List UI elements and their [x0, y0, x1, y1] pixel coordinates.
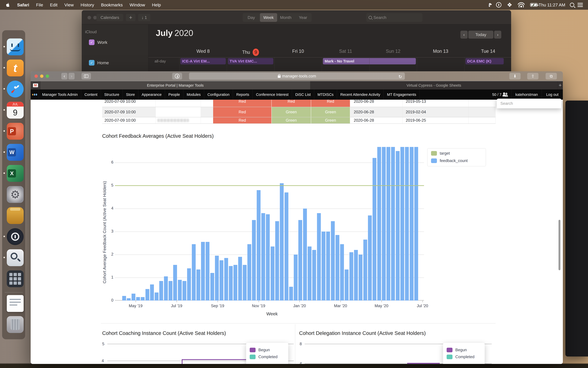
minimize-button[interactable]: [93, 16, 97, 19]
inbox-button[interactable]: ↓ 1: [138, 14, 150, 21]
dock-word-icon[interactable]: W: [7, 144, 24, 161]
view-tab-week[interactable]: Week: [260, 13, 277, 22]
sidebar-calendar-home[interactable]: ✓Home: [89, 60, 109, 65]
nav-item-content[interactable]: Content: [81, 90, 101, 100]
event-1[interactable]: ICE-A Virt EM...: [180, 58, 226, 64]
page-scrollbar-thumb[interactable]: [559, 220, 561, 270]
menu-safari[interactable]: Safari: [15, 2, 33, 7]
onepassword-extension-button[interactable]: [172, 73, 182, 80]
event-2[interactable]: TVA Virt EMC...: [228, 58, 273, 64]
sidebar-calendar-work[interactable]: ✓Work: [89, 39, 108, 45]
close-button[interactable]: [88, 16, 91, 19]
dock-textexpander-icon[interactable]: t: [7, 60, 24, 76]
menu-bar-clock[interactable]: Thu 11:27 AM: [539, 2, 565, 7]
dock-calendar-icon[interactable]: JUL9: [7, 102, 24, 119]
background-window[interactable]: [565, 101, 588, 357]
dock-excel-icon[interactable]: X: [7, 165, 24, 182]
onepassword-icon[interactable]: [496, 2, 501, 8]
logout-link[interactable]: Log out: [542, 90, 563, 100]
feedback-chart-title: Cohort Feedback Averages (Active Seat Ho…: [102, 133, 214, 139]
notification-center-icon[interactable]: [578, 3, 583, 7]
nav-item-modules[interactable]: Modules: [183, 90, 204, 100]
dock-calculator-icon[interactable]: [7, 270, 24, 287]
dropbox-icon[interactable]: ❖: [507, 2, 512, 8]
close-button[interactable]: [35, 74, 38, 78]
nav-item-manager-tools-admin[interactable]: Manager Tools Admin: [39, 90, 81, 100]
menu-window[interactable]: Window: [126, 2, 149, 7]
sidebar-toggle-button[interactable]: [81, 73, 91, 80]
pinned-tab-gmail[interactable]: M: [31, 81, 40, 90]
search-dropdown[interactable]: Search: [497, 99, 561, 108]
dock-safari-icon[interactable]: [7, 81, 24, 98]
tab-overview-button[interactable]: ⧉: [546, 73, 557, 80]
next-week-button[interactable]: ›: [494, 31, 501, 39]
bar-week-63: [410, 147, 414, 301]
nav-item-configuration[interactable]: Configuration: [204, 90, 233, 100]
dock-divider: [5, 292, 23, 293]
add-event-button[interactable]: +: [126, 14, 136, 21]
today-button[interactable]: Today: [468, 31, 493, 39]
dock-onepassword-icon[interactable]: [7, 228, 24, 245]
calendar-search-field[interactable]: Search: [366, 13, 423, 22]
nav-item-store[interactable]: Store: [123, 90, 138, 100]
back-button[interactable]: ‹: [61, 73, 67, 80]
bar-week-52: [359, 255, 362, 301]
menu-file[interactable]: File: [33, 2, 47, 7]
event-4[interactable]: DCA EMC (K): [465, 58, 504, 64]
calendar-checkbox[interactable]: ✓: [89, 60, 94, 65]
share-button[interactable]: ⇧: [527, 73, 538, 80]
dock-finder-icon[interactable]: [7, 38, 24, 55]
tab-google-sheets[interactable]: Virtual Cypress - Google Sheets: [310, 81, 558, 90]
running-indicator: [3, 130, 5, 132]
menu-edit[interactable]: Edit: [46, 2, 61, 7]
calendars-button[interactable]: Calendars: [96, 14, 123, 21]
dock-honey-jar-app-icon[interactable]: [7, 207, 24, 224]
view-tab-month[interactable]: Month: [277, 13, 294, 22]
nav-item-mtdiscs[interactable]: MTDISCs: [314, 90, 337, 100]
bar-week-31: [261, 213, 265, 301]
wifi-icon[interactable]: [518, 2, 525, 7]
dock-powerpoint-icon[interactable]: P: [7, 123, 24, 140]
menu-help[interactable]: Help: [149, 2, 164, 7]
nav-item-people[interactable]: People: [165, 90, 183, 100]
menu-history[interactable]: History: [77, 2, 98, 7]
bar-week-16: [192, 244, 196, 301]
menu-bookmarks[interactable]: Bookmarks: [98, 2, 126, 7]
calendar-month-title: July2020: [156, 28, 193, 38]
nav-item-disc-list[interactable]: DiSC List: [292, 90, 314, 100]
view-tab-year[interactable]: Year: [294, 13, 312, 22]
dock-trash-icon[interactable]: [7, 316, 24, 333]
dock-csv-document-icon[interactable]: [7, 295, 24, 312]
nav-item-recent-attendee-activity[interactable]: Recent Attendee Activity: [337, 90, 384, 100]
nav-item-appearance[interactable]: Appearance: [138, 90, 165, 100]
nav-item-reports[interactable]: Reports: [233, 90, 253, 100]
bar-week-26: [238, 257, 242, 301]
drupal-icon[interactable]: [31, 90, 39, 100]
address-bar[interactable]: manager-tools.com ↻: [189, 73, 405, 80]
new-tab-button[interactable]: +: [558, 81, 563, 90]
apple-menu-icon[interactable]: [5, 2, 10, 7]
feedback-chart-legend: targetfeedback_count: [427, 148, 486, 166]
tab-enterprise-portal[interactable]: Enterprise Portal | Manager Tools: [40, 81, 310, 90]
battery-icon[interactable]: [530, 3, 538, 7]
forward-button[interactable]: ›: [68, 73, 75, 80]
calendar-checkbox[interactable]: ✓: [89, 39, 94, 45]
minimize-button[interactable]: [40, 74, 43, 78]
downloads-button[interactable]: ⬇: [509, 73, 521, 80]
view-tab-day[interactable]: Day: [243, 13, 260, 22]
menu-view[interactable]: View: [61, 2, 77, 7]
nav-item-conference-interest[interactable]: Conference Interest: [253, 90, 292, 100]
reload-icon[interactable]: ↻: [398, 74, 402, 79]
nav-item-structure[interactable]: Structure: [101, 90, 123, 100]
spotlight-icon[interactable]: [570, 3, 574, 7]
zoom-button[interactable]: [46, 74, 49, 78]
dock-preview-icon[interactable]: [7, 249, 24, 266]
dock-system-preferences-icon[interactable]: ⚙: [7, 186, 24, 203]
cell-date1: 2020-06-28: [350, 107, 402, 117]
user-menu[interactable]: katehorstman: [512, 90, 542, 100]
bar-week-36: [285, 193, 288, 301]
tunnelblick-icon[interactable]: t: [488, 2, 490, 8]
previous-week-button[interactable]: ‹: [461, 31, 468, 39]
nav-item-mt-engagements[interactable]: MT Engagements: [384, 90, 420, 100]
day-name: Tue: [481, 49, 490, 54]
